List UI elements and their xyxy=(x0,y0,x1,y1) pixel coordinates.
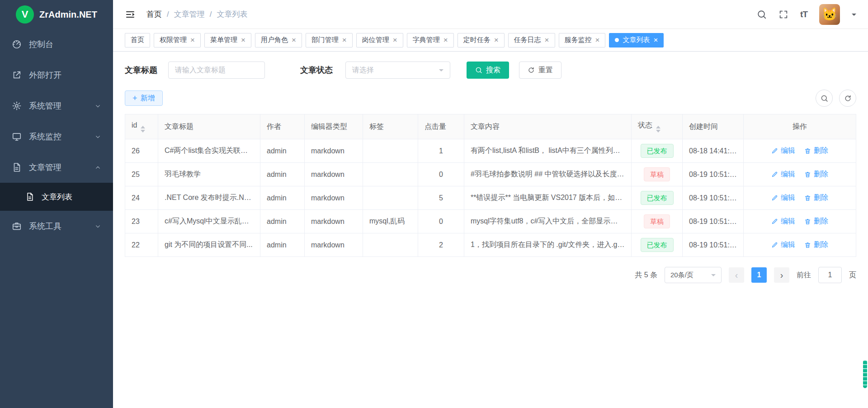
prev-page-button[interactable]: ‹ xyxy=(729,267,744,283)
tab-dict-manage[interactable]: 字典管理× xyxy=(407,33,454,47)
add-button-label: 新增 xyxy=(141,94,155,103)
chevron-down-icon xyxy=(94,103,101,109)
sidebar-item-article-manage[interactable]: 文章管理 xyxy=(0,152,113,183)
navbar-actions: tT 🐱 xyxy=(757,4,856,25)
delete-button[interactable]: 删除 xyxy=(804,217,828,226)
cell-author: admin xyxy=(260,163,305,186)
refresh-button[interactable] xyxy=(839,90,856,107)
table-row: 23 c#写入Mysql中文显示乱码 ... admin markdown my… xyxy=(125,210,856,233)
tab-article-list[interactable]: 文章列表× xyxy=(609,33,664,47)
page-number-1[interactable]: 1 xyxy=(751,267,767,283)
cell-status: 草稿 xyxy=(632,163,683,186)
sidebar-item-article-list[interactable]: 文章列表 xyxy=(0,183,113,211)
sidebar-item-system-monitor[interactable]: 系统监控 xyxy=(0,121,113,152)
close-icon[interactable]: × xyxy=(241,36,245,44)
breadcrumb-page: 文章列表 xyxy=(217,9,247,19)
toggle-search-button[interactable] xyxy=(816,90,833,107)
delete-button[interactable]: 删除 xyxy=(804,193,828,203)
cell-created: 08-19 10:51:29 xyxy=(683,163,744,186)
column-label: 状态 xyxy=(638,121,652,129)
cell-editor: markdown xyxy=(305,210,363,233)
sort-caret-icon[interactable] xyxy=(656,126,660,133)
search-button[interactable]: 搜索 xyxy=(467,62,509,79)
tab-dept-manage[interactable]: 部门管理× xyxy=(306,33,353,47)
article-status-select[interactable]: 请选择 xyxy=(345,62,450,79)
edit-button[interactable]: 编辑 xyxy=(771,146,795,156)
close-icon[interactable]: × xyxy=(393,36,397,44)
sort-caret-icon[interactable] xyxy=(141,126,145,133)
edit-button[interactable]: 编辑 xyxy=(771,217,795,226)
tab-user-role[interactable]: 用户角色× xyxy=(255,33,302,47)
menu-label: 文章管理 xyxy=(29,162,94,173)
cell-content: #羽毛球拍参数说明 ## 中管软硬选择以及长度介... xyxy=(464,163,632,186)
tab-permission[interactable]: 权限管理× xyxy=(154,33,201,47)
edit-button[interactable]: 编辑 xyxy=(771,193,795,203)
scrollbar-thumb[interactable] xyxy=(863,360,867,388)
cell-status: 已发布 xyxy=(632,186,683,210)
delete-button[interactable]: 删除 xyxy=(804,170,828,179)
menu-label: 系统监控 xyxy=(29,131,94,142)
tab-home[interactable]: 首页 xyxy=(125,33,150,47)
add-button[interactable]: + 新增 xyxy=(125,90,163,106)
status-badge: 已发布 xyxy=(641,191,674,205)
goto-page-input[interactable] xyxy=(818,267,842,283)
column-header-id[interactable]: id xyxy=(125,114,158,139)
goto-unit: 页 xyxy=(849,270,856,280)
article-title-input[interactable] xyxy=(168,62,265,79)
logo-icon: V xyxy=(16,5,34,24)
sidebar-item-system-tools[interactable]: 系统工具 xyxy=(0,211,113,242)
page-size-select[interactable]: 20条/页 xyxy=(665,267,722,283)
tab-service-monitor[interactable]: 服务监控× xyxy=(559,33,606,47)
active-dot-icon xyxy=(615,38,619,42)
close-icon[interactable]: × xyxy=(653,36,658,44)
cell-content: mysql字符集utf8，c#写入中文后，全部显示成? ... xyxy=(464,210,632,233)
article-status-label: 文章状态 xyxy=(300,65,333,76)
fullscreen-icon[interactable] xyxy=(778,9,788,19)
column-header-status[interactable]: 状态 xyxy=(632,114,683,139)
delete-button[interactable]: 删除 xyxy=(804,240,828,250)
tab-menu-manage[interactable]: 菜单管理× xyxy=(204,33,251,47)
cell-title: git 为不同的项目设置不同... xyxy=(158,233,260,257)
tab-task-log[interactable]: 任务日志× xyxy=(508,33,555,47)
sidebar-fold-icon[interactable] xyxy=(125,9,136,20)
sidebar-item-dashboard[interactable]: 控制台 xyxy=(0,29,113,60)
navbar: 首页 / 文章管理 / 文章列表 tT 🐱 xyxy=(113,0,868,29)
column-label: id xyxy=(132,121,137,129)
cell-id: 26 xyxy=(125,139,158,163)
sidebar-item-external-open[interactable]: 外部打开 xyxy=(0,60,113,90)
cell-id: 24 xyxy=(125,186,158,210)
close-icon[interactable]: × xyxy=(595,36,600,44)
sidebar-item-system-manage[interactable]: 系统管理 xyxy=(0,90,113,121)
edit-label: 编辑 xyxy=(781,146,795,156)
close-icon[interactable]: × xyxy=(443,36,448,44)
edit-button[interactable]: 编辑 xyxy=(771,170,795,179)
next-page-button[interactable]: › xyxy=(774,267,789,283)
tab-post-manage[interactable]: 岗位管理× xyxy=(356,33,403,47)
cell-created: 08-19 10:51:27 xyxy=(683,186,744,210)
menu-label: 外部打开 xyxy=(29,70,101,81)
close-icon[interactable]: × xyxy=(292,36,296,44)
pagination-total: 共 5 条 xyxy=(635,270,657,280)
document-icon xyxy=(12,162,22,172)
close-icon[interactable]: × xyxy=(190,36,195,44)
table-row: 25 羽毛球教学 admin markdown 0 #羽毛球拍参数说明 ## 中… xyxy=(125,163,856,186)
delete-button[interactable]: 删除 xyxy=(804,146,828,156)
chevron-down-icon[interactable] xyxy=(852,14,856,18)
search-icon[interactable] xyxy=(757,9,767,19)
delete-label: 删除 xyxy=(814,240,828,250)
tab-cron-task[interactable]: 定时任务× xyxy=(458,33,505,47)
breadcrumb-separator: / xyxy=(167,10,169,19)
close-icon[interactable]: × xyxy=(545,36,549,44)
cell-tags: mysql,乱码 xyxy=(363,210,418,233)
reset-button[interactable]: 重置 xyxy=(519,62,561,79)
edit-button[interactable]: 编辑 xyxy=(771,240,795,250)
document-icon xyxy=(25,192,34,201)
table-header-row: id 文章标题 作者 编辑器类型 标签 点击量 文章内容 状态 创建时间 操作 xyxy=(125,114,856,139)
close-icon[interactable]: × xyxy=(342,36,347,44)
font-size-icon[interactable]: tT xyxy=(800,9,807,19)
breadcrumb-home[interactable]: 首页 xyxy=(146,9,162,19)
close-icon[interactable]: × xyxy=(494,36,499,44)
cell-created: 08-19 10:51:22 xyxy=(683,233,744,257)
user-avatar[interactable]: 🐱 xyxy=(819,4,840,25)
column-header-hits: 点击量 xyxy=(418,114,464,139)
